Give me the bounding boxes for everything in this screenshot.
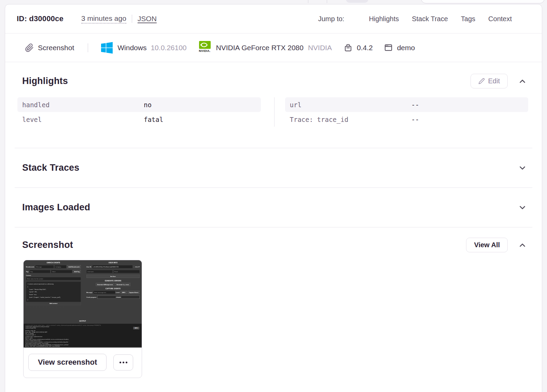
thumb-context-name-input: Enter name for the context — [26, 277, 81, 281]
thumb-infer-ip-label: Infer IP — [135, 266, 140, 268]
screenshot-context-label: Screenshot — [38, 44, 74, 52]
jump-link-context[interactable]: Context — [488, 15, 512, 23]
thumb-message-input: Message — [35, 265, 54, 269]
thumb-add-context-button: Add context — [26, 302, 81, 306]
thumb-code-line: "boost": true, — [28, 293, 80, 296]
highlight-value: -- — [411, 116, 419, 123]
jump-link-tags[interactable]: Tags — [461, 15, 475, 23]
chevron-down-icon — [518, 164, 527, 172]
highlights-section: Highlights Edit handled no level fatal — [5, 62, 542, 148]
thumb-add-tag-button: Add Tag — [73, 270, 81, 274]
view-screenshot-button[interactable]: View screenshot — [28, 354, 107, 371]
highlight-key: url — [290, 101, 411, 109]
images-loaded-title: Images Loaded — [22, 202, 508, 213]
chevron-down-icon — [518, 203, 527, 212]
event-detail-card: ID: d30000ce 3 minutes ago JSON Jump to:… — [5, 4, 542, 392]
images-loaded-section: Images Loaded — [5, 188, 542, 227]
top-toolbar-divider — [308, 0, 308, 3]
json-link[interactable]: JSON — [138, 15, 157, 23]
event-id: ID: d30000ce — [17, 14, 64, 23]
screenshot-card-footer: View screenshot — [24, 348, 142, 378]
paperclip-icon — [25, 43, 34, 52]
screenshot-more-button[interactable] — [113, 354, 133, 370]
thumb-code-line: "name": "Rocket Ship 2000", — [28, 288, 80, 291]
thumb-generate-errors-title: GENERATE ERRORS — [86, 280, 140, 282]
top-search-box-remnant — [421, 0, 545, 3]
collapse-highlights-button[interactable] — [517, 75, 528, 87]
thumb-code-line: "parts": ["engine", "rocket_launcher", "… — [28, 296, 80, 299]
thumb-output-title: OUTPUT — [24, 320, 142, 322]
release-context: 0.4.2 — [343, 43, 373, 52]
thumb-user-id-input: a9c35f9f-290b-4716-8bcb-3ad096821733 — [92, 265, 132, 269]
top-toolbar-pill — [346, 0, 368, 3]
thumb-message-label: Message: — [86, 292, 93, 293]
chevron-up-icon — [518, 77, 527, 86]
screenshot-thumbnail-content: ENRICH EVENTS Breadcrumb: Message Catego… — [24, 260, 142, 347]
event-time-link[interactable]: 3 minutes ago — [81, 14, 126, 24]
thumb-email-input: Email — [113, 270, 140, 274]
thumb-message-text-input: Enter message text — [93, 291, 115, 294]
highlight-value: fatal — [144, 116, 163, 123]
thumb-level-label: Level: — [116, 292, 120, 293]
screenshot-title: Screenshot — [22, 240, 466, 250]
thumb-context-label: Context — [26, 275, 81, 277]
screenshot-context-pill[interactable]: Screenshot — [25, 43, 74, 52]
environment-name: demo — [397, 44, 415, 52]
thumb-level-select: INFO — [121, 291, 127, 294]
highlight-row: url -- — [285, 97, 529, 112]
highlight-key: handled — [22, 101, 144, 109]
highlights-title: Highlights — [22, 76, 471, 86]
environment-context: demo — [384, 43, 415, 52]
expand-stack-traces-button[interactable] — [517, 162, 528, 174]
chevron-up-icon — [518, 241, 527, 250]
gpu-context: NVIDIA. NVIDIA GeForce RTX 2080 NVIDIA — [198, 41, 332, 55]
highlight-row: level fatal — [17, 112, 261, 127]
edit-highlights-button[interactable]: Edit — [471, 74, 508, 88]
os-context: Windows 10.0.26100 — [101, 42, 186, 54]
os-name: Windows — [117, 44, 146, 52]
highlight-value: -- — [411, 101, 419, 109]
nvidia-wordmark: NVIDIA. — [199, 49, 211, 53]
thumb-info-badge: INFO — [133, 327, 139, 330]
highlights-right-table: url -- Trace: trace_id -- — [285, 97, 529, 127]
ellipsis-icon — [120, 362, 121, 363]
nvidia-logo-icon: NVIDIA. — [198, 41, 211, 55]
highlight-value: no — [144, 101, 152, 109]
pencil-icon — [478, 78, 485, 84]
jump-link-highlights[interactable]: Highlights — [369, 15, 399, 23]
gpu-vendor: NVIDIA — [308, 44, 332, 52]
thumb-add-breadcrumb-button: Add Breadcrumb — [67, 265, 81, 269]
view-all-button[interactable]: View All — [466, 238, 508, 252]
thumb-code-line: } — [28, 298, 80, 301]
jump-link-stack-trace[interactable]: Stack Trace — [412, 15, 448, 23]
highlight-row: Trace: trace_id -- — [285, 112, 529, 127]
collapse-screenshot-button[interactable] — [517, 239, 528, 251]
thumb-crash-label: Crash program: — [86, 296, 97, 298]
release-box-icon — [343, 43, 353, 52]
highlights-left-table: handled no level fatal — [17, 97, 261, 127]
event-header: ID: d30000ce 3 minutes ago JSON Jump to:… — [5, 4, 542, 33]
context-bar: Screenshot Windows 10.0.26100 NVIDIA. — [5, 33, 542, 62]
thumb-capture-events-title: CAPTURE EVENTS — [86, 288, 140, 290]
thumb-category-input: Category — [54, 265, 66, 269]
highlight-key: Trace: trace_id — [290, 116, 411, 123]
gpu-name: NVIDIA GeForce RTX 2080 — [216, 44, 304, 52]
windows-logo-icon — [101, 42, 113, 54]
stack-traces-section: Stack Traces — [5, 148, 542, 187]
release-version: 0.4.2 — [357, 44, 373, 52]
thumb-user-info-title: USER INFO — [86, 262, 140, 264]
view-all-label: View All — [474, 241, 500, 249]
thumb-capture-event-button: Capture Event — [128, 291, 140, 294]
thumb-user-id-label: User ID: — [86, 266, 92, 268]
stack-traces-title: Stack Traces — [22, 163, 508, 173]
expand-images-loaded-button[interactable] — [517, 202, 528, 213]
os-version: 10.0.26100 — [151, 44, 186, 52]
thumb-cpp-error-button: Generate C++ error — [115, 283, 130, 286]
thumb-value-input: Value — [51, 270, 72, 274]
highlight-row: handled no — [17, 97, 261, 112]
thumb-code-line: # custom context expressed as a dictiona… — [28, 283, 80, 285]
thumb-code-line: { — [28, 285, 80, 288]
thumb-code-line: "speed": 190, — [28, 291, 80, 293]
thumb-set-user-button: Set User — [86, 275, 140, 278]
screenshot-thumbnail[interactable]: ENRICH EVENTS Breadcrumb: Message Catego… — [24, 260, 142, 348]
